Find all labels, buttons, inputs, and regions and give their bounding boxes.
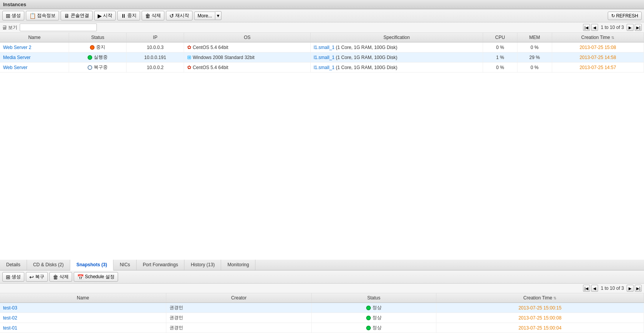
bottom-tab-history-13[interactable]: History (13) <box>184 260 221 270</box>
col-header-name[interactable]: Name <box>0 33 69 42</box>
snapshot-creation-time: 2013-07-25 15:00:15 <box>436 303 644 313</box>
snapshot-row[interactable]: test-01권경민정상2013-07-25 15:00:04 <box>0 323 644 333</box>
instance-row[interactable]: Web Server 2중지10.0.0.3✿ CentOS 5.4 64bit… <box>0 42 644 52</box>
snapshot-delete-button[interactable]: 🗑 삭제 <box>49 272 72 282</box>
spacer <box>0 73 644 260</box>
start-icon: ▶ <box>98 13 102 19</box>
snapshot-creation-time: 2013-07-25 15:00:08 <box>436 313 644 323</box>
bottom-tab-port-forwardings[interactable]: Port Forwardings <box>137 260 184 270</box>
snap-first-page-button[interactable]: |◀ <box>583 285 590 292</box>
snapshot-status-icon <box>366 306 371 310</box>
restart-button[interactable]: ↺ 재시작 <box>166 11 193 20</box>
col-header-creation[interactable]: Creation Time ⇅ <box>552 33 644 42</box>
refresh-icon: ↻ <box>611 13 615 19</box>
stop-button[interactable]: ⏸ 중지 <box>117 11 140 20</box>
instance-status: 복구중 <box>69 63 127 73</box>
instance-cpu: 0 % <box>483 42 517 52</box>
col-header-spec[interactable]: Specification <box>310 33 483 42</box>
snapshot-row[interactable]: test-03권경민정상2013-07-25 15:00:15 <box>0 303 644 313</box>
create-button[interactable]: ⊞ 생성 <box>2 11 24 20</box>
centos-icon: ✿ <box>187 65 193 70</box>
next-page-button[interactable]: ▶ <box>627 24 634 31</box>
bottom-tab-snapshots-3[interactable]: Snapshots (3) <box>70 260 113 270</box>
instance-mem: 29 % <box>517 52 552 63</box>
snapshot-status-icon <box>366 316 371 320</box>
last-page-button[interactable]: ▶| <box>635 24 642 31</box>
connect-info-button[interactable]: 📋 접속정보 <box>26 11 59 20</box>
instance-ip: 10.0.0.3 <box>127 42 184 52</box>
sort-icon-creation: ⇅ <box>611 35 614 40</box>
status-icon <box>88 55 92 60</box>
col-header-os[interactable]: OS <box>184 33 311 42</box>
main-table-panel: Name Status IP OS Specification CPU MEM … <box>0 33 644 73</box>
snapshot-creator: 권경민 <box>166 323 312 333</box>
first-page-button[interactable]: |◀ <box>583 24 590 31</box>
instance-row[interactable]: Media Server실행중10.0.0.191⊞ Windows 2008 … <box>0 52 644 63</box>
instance-ip: 10.0.0.191 <box>127 52 184 63</box>
snapshot-creation-time: 2013-07-25 15:00:04 <box>436 323 644 333</box>
col-header-ip[interactable]: IP <box>127 33 184 42</box>
console-icon: 🖥 <box>64 13 69 19</box>
schedule-button[interactable]: 📅 Schedule 설정 <box>74 272 118 282</box>
instances-table: Name Status IP OS Specification CPU MEM … <box>0 33 644 73</box>
title-bar: Instances <box>0 0 644 9</box>
instance-spec: l1.small_1 (1 Core, 1G RAM, 100G Disk) <box>310 42 483 52</box>
snap-last-page-button[interactable]: ▶| <box>635 285 642 292</box>
snap-col-header-creator[interactable]: Creator <box>166 293 312 303</box>
windows-icon: ⊞ <box>187 55 193 60</box>
instance-status: 실행중 <box>69 52 127 63</box>
snapshot-name: test-02 <box>0 313 166 323</box>
schedule-icon: 📅 <box>77 274 84 280</box>
bottom-panel: DetailsCD & Disks (2)Snapshots (3)NICsPo… <box>0 260 644 333</box>
bottom-tab-details[interactable]: Details <box>0 260 27 270</box>
bottom-tab-cd-&-disks-2[interactable]: CD & Disks (2) <box>27 260 70 270</box>
delete-button[interactable]: 🗑 삭제 <box>142 11 164 20</box>
view-label: 글 보기 <box>2 24 17 31</box>
filter-row: 글 보기 |◀ ◀ 1 to 10 of 3 ▶ ▶| <box>0 22 644 33</box>
refresh-button[interactable]: ↻ REFRESH <box>608 12 642 20</box>
instance-spec: l1.small_1 (1 Core, 1G RAM, 100G Disk) <box>310 52 483 63</box>
start-button[interactable]: ▶ 시작 <box>94 11 116 20</box>
instance-row[interactable]: Web Server복구중10.0.0.2✿ CentOS 5.4 64bitl… <box>0 63 644 73</box>
snap-col-header-name[interactable]: Name <box>0 293 166 303</box>
centos-icon: ✿ <box>187 45 193 50</box>
snapshot-restore-button[interactable]: ↩ 복구 <box>26 272 48 282</box>
more-button[interactable]: More... <box>194 12 215 20</box>
snap-col-header-status[interactable]: Status <box>311 293 436 303</box>
bottom-pagination: |◀ ◀ 1 to 10 of 3 ▶ ▶| <box>583 285 642 292</box>
snapshot-delete-icon: 🗑 <box>53 274 58 280</box>
page-info-top: 1 to 10 of 3 <box>599 25 625 30</box>
bottom-tabs: DetailsCD & Disks (2)Snapshots (3)NICsPo… <box>0 260 644 270</box>
snapshot-status: 정상 <box>311 323 436 333</box>
instance-creation-time: 2013-07-25 15:08 <box>552 42 644 52</box>
prev-page-button[interactable]: ◀ <box>591 24 598 31</box>
col-header-mem[interactable]: MEM <box>517 33 552 42</box>
snap-prev-page-button[interactable]: ◀ <box>591 285 598 292</box>
col-header-cpu[interactable]: CPU <box>483 33 517 42</box>
more-dropdown-button[interactable]: ▾ <box>215 11 221 20</box>
instance-os: ⊞ Windows 2008 Standard 32bit <box>184 52 311 63</box>
page-info-bottom: 1 to 10 of 3 <box>599 286 625 291</box>
instance-name: Media Server <box>0 52 69 63</box>
snapshot-creator: 권경민 <box>166 303 312 313</box>
snap-col-header-creation[interactable]: Creation Time ⇅ <box>436 293 644 303</box>
instance-os: ✿ CentOS 5.4 64bit <box>184 42 311 52</box>
status-icon <box>88 65 92 70</box>
snap-next-page-button[interactable]: ▶ <box>627 285 634 292</box>
instance-mem: 0 % <box>517 63 552 73</box>
bottom-tab-monitoring[interactable]: Monitoring <box>221 260 255 270</box>
more-button-group: More... ▾ <box>194 11 221 20</box>
col-header-status[interactable]: Status <box>69 33 127 42</box>
filter-input[interactable] <box>20 24 97 31</box>
snapshot-create-button[interactable]: ⊞ 생성 <box>2 272 24 282</box>
instance-creation-time: 2013-07-25 14:58 <box>552 52 644 63</box>
bottom-pagination-row: |◀ ◀ 1 to 10 of 3 ▶ ▶| <box>0 284 644 293</box>
bottom-toolbar: ⊞ 생성 ↩ 복구 🗑 삭제 📅 Schedule 설정 <box>0 270 644 284</box>
snapshots-table: Name Creator Status Creation Time ⇅ test… <box>0 293 644 333</box>
snapshot-row[interactable]: test-02권경민정상2013-07-25 15:00:08 <box>0 313 644 323</box>
bottom-tab-nics[interactable]: NICs <box>113 260 137 270</box>
console-button[interactable]: 🖥 콘솔연결 <box>61 11 93 20</box>
restart-icon: ↺ <box>169 13 174 19</box>
status-icon <box>90 45 95 50</box>
title-text: Instances <box>3 2 26 7</box>
